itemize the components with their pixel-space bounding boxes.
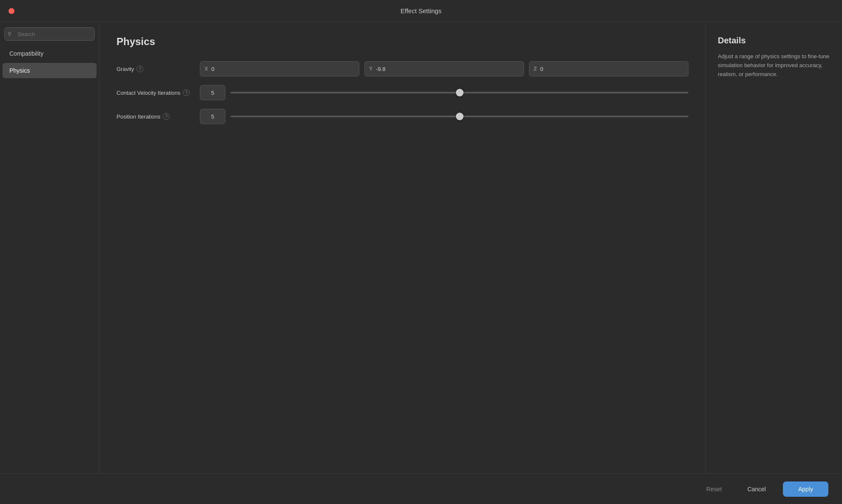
position-iterations-row: Position Iterations ? 5 bbox=[117, 109, 688, 124]
gravity-row: Gravity ? X Y Z bbox=[117, 61, 688, 76]
search-input[interactable] bbox=[4, 27, 95, 41]
position-iterations-slider-row: 5 bbox=[200, 109, 688, 124]
content-area: Physics Gravity ? X Y Z bbox=[100, 22, 706, 473]
gravity-fields: X Y Z bbox=[200, 61, 688, 76]
gravity-x-input[interactable] bbox=[211, 66, 355, 72]
contact-velocity-slider-row: 5 bbox=[200, 85, 688, 100]
contact-velocity-iterations-label: Contact Velocity Iterations ? bbox=[117, 89, 193, 96]
cancel-button[interactable]: Cancel bbox=[737, 481, 776, 497]
details-title: Details bbox=[718, 36, 830, 45]
footer: Reset Cancel Apply bbox=[0, 473, 842, 504]
sidebar-item-compatibility[interactable]: Compatibility bbox=[3, 46, 97, 61]
gravity-z-input[interactable] bbox=[540, 66, 684, 72]
gravity-label: Gravity ? bbox=[117, 65, 193, 72]
gravity-y-axis-label: Y bbox=[369, 66, 373, 72]
contact-velocity-iterations-row: Contact Velocity Iterations ? 5 bbox=[117, 85, 688, 100]
main-layout: ⚲ Compatibility Physics Physics Gravity … bbox=[0, 22, 842, 473]
apply-button[interactable]: Apply bbox=[783, 481, 828, 497]
contact-velocity-value-box: 5 bbox=[200, 85, 225, 100]
window-title: Effect Settings bbox=[401, 7, 441, 14]
contact-velocity-slider-container bbox=[230, 85, 688, 100]
details-panel: Details Adjust a range of physics settin… bbox=[706, 22, 842, 473]
reset-button[interactable]: Reset bbox=[698, 481, 731, 497]
search-wrapper: ⚲ bbox=[4, 27, 95, 41]
position-iterations-slider-container bbox=[230, 109, 688, 124]
gravity-x-field: X bbox=[200, 61, 359, 76]
sidebar-item-physics[interactable]: Physics bbox=[3, 63, 97, 78]
page-title: Physics bbox=[117, 36, 688, 48]
contact-velocity-slider[interactable] bbox=[230, 92, 688, 93]
details-description: Adjust a range of physics settings to fi… bbox=[718, 52, 830, 79]
gravity-y-input[interactable] bbox=[376, 66, 519, 72]
contact-velocity-help-icon[interactable]: ? bbox=[183, 89, 190, 96]
gravity-x-axis-label: X bbox=[205, 66, 208, 72]
position-iterations-help-icon[interactable]: ? bbox=[163, 113, 170, 120]
search-container: ⚲ bbox=[4, 27, 95, 41]
titlebar: Effect Settings bbox=[0, 0, 842, 22]
close-button[interactable] bbox=[9, 8, 14, 14]
gravity-z-field: Z bbox=[529, 61, 688, 76]
position-iterations-label: Position Iterations ? bbox=[117, 113, 193, 120]
gravity-y-field: Y bbox=[364, 61, 524, 76]
gravity-z-axis-label: Z bbox=[534, 66, 537, 72]
sidebar: ⚲ Compatibility Physics bbox=[0, 22, 100, 473]
position-iterations-slider[interactable] bbox=[230, 116, 688, 117]
gravity-help-icon[interactable]: ? bbox=[137, 65, 143, 72]
position-iterations-value-box: 5 bbox=[200, 109, 225, 124]
